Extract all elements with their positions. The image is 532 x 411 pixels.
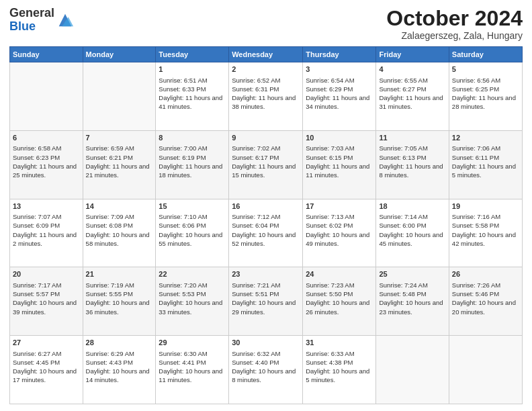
daylight: Daylight: 11 hours and 25 minutes. bbox=[13, 163, 77, 179]
day-number: 18 bbox=[379, 201, 445, 212]
sunset: Sunset: 5:48 PM bbox=[379, 290, 426, 298]
day-number: 23 bbox=[232, 269, 300, 279]
day-number: 19 bbox=[452, 201, 519, 212]
daylight: Daylight: 11 hours and 41 minutes. bbox=[159, 94, 222, 110]
sunset: Sunset: 6:31 PM bbox=[232, 85, 279, 93]
sunrise: Sunrise: 6:52 AM bbox=[232, 77, 280, 84]
calendar-cell: 4Sunrise: 6:55 AMSunset: 6:27 PMDaylight… bbox=[376, 62, 449, 131]
daylight: Daylight: 11 hours and 34 minutes. bbox=[306, 94, 369, 110]
sunrise: Sunrise: 6:32 AM bbox=[232, 350, 280, 357]
sunset: Sunset: 6:08 PM bbox=[86, 222, 133, 229]
sunset: Sunset: 6:13 PM bbox=[379, 154, 426, 161]
day-number: 10 bbox=[306, 133, 373, 143]
sunset: Sunset: 5:57 PM bbox=[13, 290, 60, 298]
calendar-cell: 24Sunrise: 7:23 AMSunset: 5:50 PMDayligh… bbox=[303, 267, 376, 336]
daylight: Daylight: 10 hours and 39 minutes. bbox=[13, 299, 77, 315]
calendar-cell bbox=[449, 336, 522, 404]
calendar-cell: 30Sunrise: 6:32 AMSunset: 4:40 PMDayligh… bbox=[229, 336, 303, 404]
calendar-header-row: SundayMondayTuesdayWednesdayThursdayFrid… bbox=[10, 47, 523, 62]
sunset: Sunset: 5:53 PM bbox=[159, 290, 206, 298]
daylight: Daylight: 11 hours and 21 minutes. bbox=[86, 163, 150, 179]
day-number: 6 bbox=[13, 133, 80, 143]
calendar-cell: 5Sunrise: 6:56 AMSunset: 6:25 PMDaylight… bbox=[449, 62, 522, 131]
sunset: Sunset: 6:23 PM bbox=[13, 154, 60, 161]
sunset: Sunset: 6:04 PM bbox=[232, 222, 279, 229]
sunset: Sunset: 4:40 PM bbox=[232, 359, 279, 366]
sunset: Sunset: 5:58 PM bbox=[452, 222, 499, 229]
sunrise: Sunrise: 6:56 AM bbox=[452, 77, 500, 84]
calendar-week-5: 27Sunrise: 6:27 AMSunset: 4:45 PMDayligh… bbox=[10, 336, 523, 404]
daylight: Daylight: 11 hours and 15 minutes. bbox=[232, 163, 296, 179]
sunrise: Sunrise: 7:13 AM bbox=[306, 213, 354, 220]
calendar-cell: 12Sunrise: 7:06 AMSunset: 6:11 PMDayligh… bbox=[449, 130, 522, 199]
day-header-friday: Friday bbox=[376, 47, 449, 62]
day-number: 3 bbox=[306, 64, 373, 75]
sunset: Sunset: 6:09 PM bbox=[13, 222, 60, 229]
sunrise: Sunrise: 7:09 AM bbox=[86, 213, 134, 220]
month-title: October 2024 bbox=[386, 7, 523, 30]
sunrise: Sunrise: 7:05 AM bbox=[379, 144, 427, 152]
sunset: Sunset: 6:11 PM bbox=[452, 154, 499, 161]
calendar-cell: 28Sunrise: 6:29 AMSunset: 4:43 PMDayligh… bbox=[83, 336, 156, 404]
day-number: 22 bbox=[159, 269, 226, 279]
sunset: Sunset: 4:38 PM bbox=[306, 359, 353, 366]
calendar-cell: 20Sunrise: 7:17 AMSunset: 5:57 PMDayligh… bbox=[10, 267, 83, 336]
sunset: Sunset: 6:00 PM bbox=[379, 222, 426, 229]
sunrise: Sunrise: 6:51 AM bbox=[159, 77, 207, 84]
calendar-cell: 1Sunrise: 6:51 AMSunset: 6:33 PMDaylight… bbox=[156, 62, 229, 131]
calendar-cell: 29Sunrise: 6:30 AMSunset: 4:41 PMDayligh… bbox=[156, 336, 229, 404]
sunset: Sunset: 4:45 PM bbox=[13, 359, 60, 366]
day-number: 30 bbox=[232, 338, 300, 348]
calendar-cell: 16Sunrise: 7:12 AMSunset: 6:04 PMDayligh… bbox=[229, 199, 303, 267]
header: General Blue October 2024 Zalaegerszeg, … bbox=[9, 7, 523, 41]
daylight: Daylight: 10 hours and 26 minutes. bbox=[306, 299, 369, 315]
daylight: Daylight: 10 hours and 5 minutes. bbox=[306, 367, 369, 383]
calendar-cell: 18Sunrise: 7:14 AMSunset: 6:00 PMDayligh… bbox=[376, 199, 449, 267]
sunrise: Sunrise: 7:20 AM bbox=[159, 281, 207, 289]
sunset: Sunset: 6:02 PM bbox=[306, 222, 353, 229]
sunset: Sunset: 5:55 PM bbox=[86, 290, 133, 298]
day-number: 2 bbox=[232, 64, 300, 75]
sunrise: Sunrise: 7:07 AM bbox=[13, 213, 61, 220]
sunset: Sunset: 6:17 PM bbox=[232, 154, 279, 161]
daylight: Daylight: 10 hours and 8 minutes. bbox=[232, 367, 296, 383]
calendar-cell: 7Sunrise: 6:59 AMSunset: 6:21 PMDaylight… bbox=[83, 130, 156, 199]
calendar-cell: 31Sunrise: 6:33 AMSunset: 4:38 PMDayligh… bbox=[303, 336, 376, 404]
sunrise: Sunrise: 7:10 AM bbox=[159, 213, 207, 220]
day-number: 21 bbox=[86, 269, 153, 279]
page: General Blue October 2024 Zalaegerszeg, … bbox=[0, 0, 532, 411]
sunrise: Sunrise: 7:24 AM bbox=[379, 281, 427, 289]
sunset: Sunset: 4:41 PM bbox=[159, 359, 206, 366]
sunrise: Sunrise: 7:06 AM bbox=[452, 144, 500, 152]
day-number: 16 bbox=[232, 201, 300, 212]
daylight: Daylight: 10 hours and 55 minutes. bbox=[159, 231, 222, 247]
daylight: Daylight: 11 hours and 5 minutes. bbox=[452, 163, 516, 179]
logo-blue: Blue bbox=[9, 20, 54, 34]
sunset: Sunset: 6:15 PM bbox=[306, 154, 353, 161]
logo: General Blue bbox=[9, 7, 75, 34]
sunrise: Sunrise: 7:12 AM bbox=[232, 213, 280, 220]
sunrise: Sunrise: 7:26 AM bbox=[452, 281, 500, 289]
calendar-week-4: 20Sunrise: 7:17 AMSunset: 5:57 PMDayligh… bbox=[10, 267, 523, 336]
logo-general: General bbox=[9, 7, 54, 20]
day-header-thursday: Thursday bbox=[303, 47, 376, 62]
calendar-cell: 11Sunrise: 7:05 AMSunset: 6:13 PMDayligh… bbox=[376, 130, 449, 199]
daylight: Daylight: 11 hours and 28 minutes. bbox=[452, 94, 516, 110]
day-number: 8 bbox=[159, 133, 226, 143]
calendar-cell bbox=[83, 62, 156, 131]
day-number: 1 bbox=[159, 64, 226, 75]
sunset: Sunset: 6:29 PM bbox=[306, 85, 353, 93]
daylight: Daylight: 10 hours and 58 minutes. bbox=[86, 231, 150, 247]
daylight: Daylight: 11 hours and 31 minutes. bbox=[379, 94, 443, 110]
calendar-cell: 15Sunrise: 7:10 AMSunset: 6:06 PMDayligh… bbox=[156, 199, 229, 267]
sunrise: Sunrise: 6:58 AM bbox=[13, 144, 61, 152]
sunset: Sunset: 6:06 PM bbox=[159, 222, 206, 229]
daylight: Daylight: 10 hours and 11 minutes. bbox=[159, 367, 222, 383]
daylight: Daylight: 10 hours and 29 minutes. bbox=[232, 299, 296, 315]
day-number: 7 bbox=[86, 133, 153, 143]
title-section: October 2024 Zalaegerszeg, Zala, Hungary bbox=[386, 7, 523, 41]
sunrise: Sunrise: 7:17 AM bbox=[13, 281, 61, 289]
sunrise: Sunrise: 6:29 AM bbox=[86, 350, 134, 357]
sunrise: Sunrise: 7:00 AM bbox=[159, 144, 207, 152]
sunrise: Sunrise: 7:16 AM bbox=[452, 213, 500, 220]
